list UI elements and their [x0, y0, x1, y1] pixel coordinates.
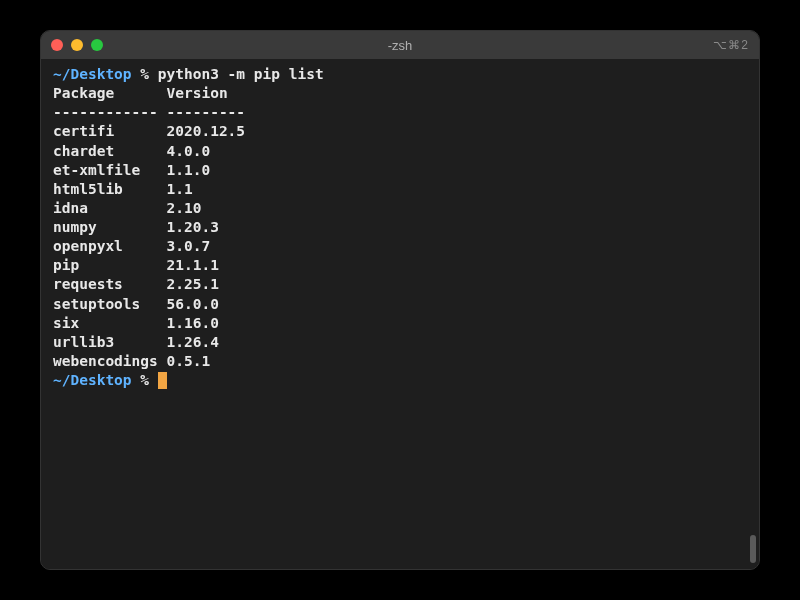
- close-icon[interactable]: [51, 39, 63, 51]
- package-version: 1.20.3: [167, 219, 219, 235]
- prompt-line: ~/Desktop %: [53, 371, 747, 390]
- table-row: idna 2.10: [53, 199, 747, 218]
- package-name: six: [53, 315, 167, 331]
- window-shortcut-indicator: ⌥⌘2: [713, 38, 749, 52]
- package-version: 3.0.7: [167, 238, 211, 254]
- table-row: pip 21.1.1: [53, 256, 747, 275]
- package-version: 4.0.0: [167, 143, 211, 159]
- scrollbar[interactable]: [750, 535, 756, 563]
- table-row: openpyxl 3.0.7: [53, 237, 747, 256]
- table-row: six 1.16.0: [53, 314, 747, 333]
- table-row: numpy 1.20.3: [53, 218, 747, 237]
- package-version: 1.26.4: [167, 334, 219, 350]
- maximize-icon[interactable]: [91, 39, 103, 51]
- package-name: urllib3: [53, 334, 167, 350]
- table-row: et-xmlfile 1.1.0: [53, 161, 747, 180]
- table-rows: certifi 2020.12.5chardet 4.0.0et-xmlfile…: [53, 122, 747, 371]
- package-version: 0.5.1: [167, 353, 211, 369]
- terminal-body[interactable]: ~/Desktop % python3 -m pip list Package …: [41, 59, 759, 569]
- divider-package: ------------: [53, 104, 167, 120]
- divider-version: ---------: [167, 104, 246, 120]
- package-name: requests: [53, 276, 167, 292]
- table-row: setuptools 56.0.0: [53, 295, 747, 314]
- package-name: certifi: [53, 123, 167, 139]
- prompt-path: ~/Desktop: [53, 66, 132, 82]
- package-version: 1.16.0: [167, 315, 219, 331]
- package-name: openpyxl: [53, 238, 167, 254]
- table-row: chardet 4.0.0: [53, 142, 747, 161]
- col-header-package: Package: [53, 85, 167, 101]
- titlebar: -zsh ⌥⌘2: [41, 31, 759, 59]
- traffic-lights: [51, 39, 103, 51]
- command-line: ~/Desktop % python3 -m pip list: [53, 65, 747, 84]
- prompt-separator: %: [132, 66, 158, 82]
- table-row: requests 2.25.1: [53, 275, 747, 294]
- minimize-icon[interactable]: [71, 39, 83, 51]
- package-name: setuptools: [53, 296, 167, 312]
- window-title: -zsh: [388, 38, 413, 53]
- package-version: 56.0.0: [167, 296, 219, 312]
- terminal-window: -zsh ⌥⌘2 ~/Desktop % python3 -m pip list…: [40, 30, 760, 570]
- col-header-version: Version: [167, 85, 228, 101]
- command-text: python3 -m pip list: [158, 66, 324, 82]
- table-header: Package Version: [53, 84, 747, 103]
- package-name: webencodings: [53, 353, 167, 369]
- package-version: 2.25.1: [167, 276, 219, 292]
- package-version: 2020.12.5: [167, 123, 246, 139]
- package-name: et-xmlfile: [53, 162, 167, 178]
- table-row: html5lib 1.1: [53, 180, 747, 199]
- prompt-path: ~/Desktop: [53, 372, 132, 388]
- cursor: [158, 372, 167, 389]
- package-name: idna: [53, 200, 167, 216]
- package-version: 2.10: [167, 200, 202, 216]
- prompt-separator: %: [132, 372, 158, 388]
- package-name: pip: [53, 257, 167, 273]
- package-version: 1.1.0: [167, 162, 211, 178]
- package-name: html5lib: [53, 181, 167, 197]
- package-version: 21.1.1: [167, 257, 219, 273]
- table-row: webencodings 0.5.1: [53, 352, 747, 371]
- package-name: numpy: [53, 219, 167, 235]
- table-divider: ------------ ---------: [53, 103, 747, 122]
- table-row: certifi 2020.12.5: [53, 122, 747, 141]
- package-name: chardet: [53, 143, 167, 159]
- table-row: urllib3 1.26.4: [53, 333, 747, 352]
- package-version: 1.1: [167, 181, 193, 197]
